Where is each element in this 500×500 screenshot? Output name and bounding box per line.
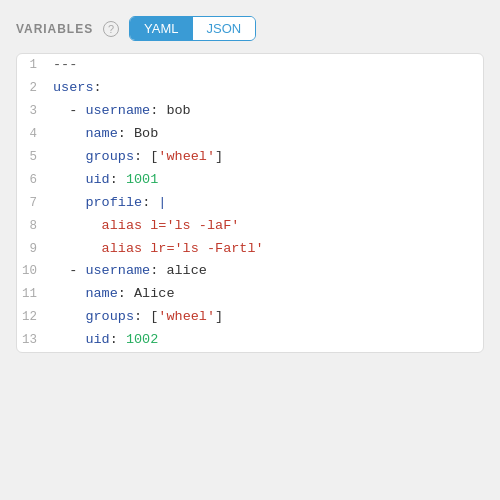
variables-label: VARIABLES <box>16 22 93 36</box>
colon-token: : <box>150 263 166 278</box>
line-content: uid: 1002 <box>53 329 471 352</box>
colon-token: : <box>118 126 134 141</box>
plain-token: bob <box>166 103 190 118</box>
table-row: 9 alias lr='ls -Fartl' <box>17 238 483 261</box>
plain-token <box>53 332 85 347</box>
plain-token <box>53 172 85 187</box>
plain-token: - <box>53 263 85 278</box>
line-number: 2 <box>17 78 53 99</box>
variables-header: VARIABLES ? YAML JSON <box>16 16 484 41</box>
line-content: groups: ['wheel'] <box>53 146 471 169</box>
plain-token: - <box>53 103 85 118</box>
key-token: name <box>85 126 117 141</box>
key-token: username <box>85 103 150 118</box>
line-number: 3 <box>17 101 53 122</box>
colon-token: : <box>110 172 126 187</box>
string-token: 'wheel' <box>158 309 215 324</box>
table-row: 13 uid: 1002 <box>17 329 483 352</box>
table-row: 1--- <box>17 54 483 77</box>
plain-token <box>53 309 85 324</box>
key-token: name <box>85 286 117 301</box>
line-content: uid: 1001 <box>53 169 471 192</box>
key-token: username <box>85 263 150 278</box>
plain-token <box>53 241 102 256</box>
line-number: 12 <box>17 307 53 328</box>
colon-token: : <box>150 103 166 118</box>
line-number: 9 <box>17 239 53 260</box>
plain-token <box>53 286 85 301</box>
tab-yaml-button[interactable]: YAML <box>130 17 192 40</box>
key-token: groups <box>85 149 134 164</box>
page-container: VARIABLES ? YAML JSON 1---2users:3 - use… <box>0 0 500 500</box>
key-token: groups <box>85 309 134 324</box>
plain-token: Bob <box>134 126 158 141</box>
plain-token <box>53 126 85 141</box>
colon-token: : <box>142 195 158 210</box>
table-row: 3 - username: bob <box>17 100 483 123</box>
line-number: 5 <box>17 147 53 168</box>
string-token: 'wheel' <box>158 149 215 164</box>
plain-token: alice <box>166 263 207 278</box>
line-number: 13 <box>17 330 53 351</box>
colon-token: : <box>134 149 150 164</box>
line-content: alias l='ls -laF' <box>53 215 471 238</box>
doc-token: --- <box>53 57 77 72</box>
bracket-token: ] <box>215 149 223 164</box>
table-row: 10 - username: alice <box>17 260 483 283</box>
code-content: 1---2users:3 - username: bob4 name: Bob5… <box>17 54 483 352</box>
colon-token: : <box>94 80 102 95</box>
table-row: 2users: <box>17 77 483 100</box>
table-row: 8 alias l='ls -laF' <box>17 215 483 238</box>
line-content: name: Alice <box>53 283 471 306</box>
plain-token <box>53 195 85 210</box>
help-icon[interactable]: ? <box>103 21 119 37</box>
table-row: 11 name: Alice <box>17 283 483 306</box>
colon-token: : <box>110 332 126 347</box>
key-token: users <box>53 80 94 95</box>
string-token: alias l='ls -laF' <box>102 218 240 233</box>
line-content: --- <box>53 54 471 77</box>
tab-json-button[interactable]: JSON <box>193 17 256 40</box>
line-content: name: Bob <box>53 123 471 146</box>
line-number: 11 <box>17 284 53 305</box>
code-panel: 1---2users:3 - username: bob4 name: Bob5… <box>16 53 484 353</box>
key-token: uid <box>85 172 109 187</box>
line-content: profile: | <box>53 192 471 215</box>
table-row: 12 groups: ['wheel'] <box>17 306 483 329</box>
line-content: - username: bob <box>53 100 471 123</box>
key-token: profile <box>85 195 142 210</box>
colon-token: : <box>134 309 150 324</box>
key-token: uid <box>85 332 109 347</box>
line-number: 6 <box>17 170 53 191</box>
line-content: groups: ['wheel'] <box>53 306 471 329</box>
line-content: users: <box>53 77 471 100</box>
value-token: 1002 <box>126 332 158 347</box>
table-row: 5 groups: ['wheel'] <box>17 146 483 169</box>
bracket-token: ] <box>215 309 223 324</box>
line-number: 7 <box>17 193 53 214</box>
line-number: 8 <box>17 216 53 237</box>
colon-token: : <box>118 286 134 301</box>
line-number: 10 <box>17 261 53 282</box>
line-content: alias lr='ls -Fartl' <box>53 238 471 261</box>
plain-token <box>53 218 102 233</box>
pipe-token: | <box>158 195 166 210</box>
plain-token <box>53 149 85 164</box>
string-token: alias lr='ls -Fartl' <box>102 241 264 256</box>
line-number: 4 <box>17 124 53 145</box>
table-row: 4 name: Bob <box>17 123 483 146</box>
value-token: 1001 <box>126 172 158 187</box>
table-row: 7 profile: | <box>17 192 483 215</box>
line-number: 1 <box>17 55 53 76</box>
plain-token: Alice <box>134 286 175 301</box>
table-row: 6 uid: 1001 <box>17 169 483 192</box>
line-content: - username: alice <box>53 260 471 283</box>
tab-group: YAML JSON <box>129 16 256 41</box>
